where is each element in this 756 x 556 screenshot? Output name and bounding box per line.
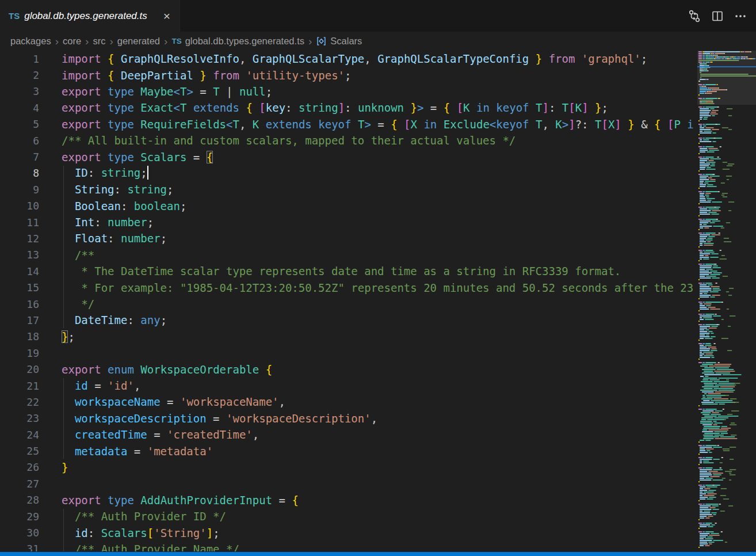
line-number[interactable]: 30 — [0, 527, 39, 539]
breadcrumb-file[interactable]: TS global.db.types.generated.ts — [171, 36, 304, 47]
code-line[interactable]: 19 — [0, 345, 694, 361]
line-number[interactable]: 5 — [0, 118, 39, 130]
line-number[interactable]: 3 — [0, 85, 39, 97]
breadcrumb-packages[interactable]: packages — [10, 36, 51, 47]
chevron-right-icon: › — [109, 36, 113, 47]
code-editor[interactable]: 1import { GraphQLResolveInfo, GraphQLSca… — [0, 51, 694, 551]
code-line[interactable]: 12 Float: number; — [0, 230, 694, 246]
typescript-file-icon: TS — [171, 37, 181, 45]
line-number[interactable]: 11 — [0, 216, 39, 229]
code-line-text: }; — [62, 330, 75, 343]
breadcrumb-symbol-scalars[interactable]: Scalars — [316, 36, 362, 47]
typescript-file-icon: TS — [9, 11, 20, 21]
close-tab-icon[interactable]: × — [161, 9, 173, 22]
code-line[interactable]: 16 */ — [0, 296, 694, 312]
code-line[interactable]: 3export type Maybe<T> = T | null; — [0, 83, 694, 100]
editor-actions — [687, 0, 756, 32]
line-number[interactable]: 18 — [0, 330, 39, 342]
code-line[interactable]: 22 workspaceName = 'workspaceName', — [0, 394, 694, 410]
code-line[interactable]: 30 id: Scalars['String']; — [0, 524, 694, 540]
line-number[interactable]: 6 — [0, 135, 39, 147]
breadcrumb-src[interactable]: src — [93, 36, 105, 47]
more-actions-icon[interactable] — [733, 9, 748, 24]
line-number[interactable]: 13 — [0, 249, 39, 261]
code-line[interactable]: 31 /** Auth Provider Name */ — [0, 541, 694, 551]
code-line-text: /** All built-in and custom scalars, map… — [62, 134, 516, 147]
code-line[interactable]: 20export enum WorkspaceOrderable { — [0, 361, 694, 377]
code-line-text: workspaceName = 'workspaceName', — [62, 395, 285, 408]
line-number[interactable]: 17 — [0, 314, 39, 326]
line-number[interactable]: 22 — [0, 396, 39, 408]
breadcrumb-generated[interactable]: generated — [117, 36, 160, 47]
code-line-text: * The DateTime scalar type represents da… — [62, 265, 621, 277]
minimap[interactable] — [697, 51, 756, 551]
line-number[interactable]: 10 — [0, 200, 39, 212]
code-line[interactable]: 6/** All built-in and custom scalars, ma… — [0, 132, 694, 148]
code-line-text: id = 'id', — [62, 379, 140, 392]
open-changes-icon[interactable] — [687, 9, 702, 24]
code-line-text: Float: number; — [62, 232, 167, 245]
code-line-text: export type Scalars = { — [62, 151, 213, 163]
line-number[interactable]: 28 — [0, 494, 39, 506]
code-line-text: import { DeepPartial } from 'utility-typ… — [62, 69, 351, 82]
code-line-text: createdTime = 'createdTime', — [62, 428, 259, 441]
code-line[interactable]: 7export type Scalars = { — [0, 148, 694, 165]
line-number[interactable]: 15 — [0, 281, 39, 294]
code-line[interactable]: 2import { DeepPartial } from 'utility-ty… — [0, 67, 694, 83]
line-number[interactable]: 31 — [0, 543, 39, 551]
code-line-text: workspaceDescription = 'workspaceDescrip… — [62, 412, 377, 425]
chevron-right-icon: › — [55, 36, 59, 47]
line-number[interactable]: 9 — [0, 184, 39, 196]
code-line[interactable]: 29 /** Auth Provider ID */ — [0, 508, 694, 524]
line-number[interactable]: 2 — [0, 69, 39, 81]
code-line[interactable]: 24 createdTime = 'createdTime', — [0, 426, 694, 443]
code-line[interactable]: 11 Int: number; — [0, 214, 694, 230]
line-number[interactable]: 20 — [0, 363, 39, 375]
line-number[interactable]: 29 — [0, 511, 39, 523]
code-line[interactable]: 27 — [0, 475, 694, 492]
line-number[interactable]: 1 — [0, 53, 39, 65]
line-number[interactable]: 24 — [0, 429, 39, 441]
line-number[interactable]: 25 — [0, 445, 39, 457]
code-line[interactable]: 28export type AddAuthProviderInput = { — [0, 492, 694, 508]
code-line[interactable]: 5export type RequireFields<T, K extends … — [0, 116, 694, 132]
code-line[interactable]: 21 id = 'id', — [0, 378, 694, 394]
line-number[interactable]: 8 — [0, 167, 39, 179]
line-number[interactable]: 7 — [0, 151, 39, 163]
breadcrumb-core[interactable]: core — [63, 36, 81, 47]
code-line-text: } — [62, 461, 68, 474]
code-line[interactable]: 8 ID: string; — [0, 165, 694, 181]
code-line-text: * For example: "1985-04-12T23:20:50.52Z"… — [62, 281, 694, 294]
line-number[interactable]: 4 — [0, 102, 39, 114]
code-line-text: Int: number; — [62, 216, 154, 229]
code-line[interactable]: 17 DateTime: any; — [0, 312, 694, 328]
code-line[interactable]: 23 workspaceDescription = 'workspaceDesc… — [0, 410, 694, 426]
code-line[interactable]: 13 /** — [0, 247, 694, 263]
code-line[interactable]: 15 * For example: "1985-04-12T23:20:50.5… — [0, 279, 694, 295]
line-number[interactable]: 26 — [0, 461, 39, 473]
breadcrumb-file-name: global.db.types.generated.ts — [185, 36, 304, 47]
chevron-right-icon: › — [85, 36, 89, 47]
code-line[interactable]: 1import { GraphQLResolveInfo, GraphQLSca… — [0, 51, 694, 67]
code-line[interactable]: 9 String: string; — [0, 181, 694, 197]
code-line[interactable]: 4export type Exact<T extends { [key: str… — [0, 100, 694, 116]
line-number[interactable]: 19 — [0, 347, 39, 359]
code-line[interactable]: 18}; — [0, 329, 694, 345]
line-number[interactable]: 21 — [0, 380, 39, 392]
line-number[interactable]: 27 — [0, 478, 39, 490]
code-line[interactable]: 14 * The DateTime scalar type represents… — [0, 263, 694, 279]
chevron-right-icon: › — [308, 36, 312, 47]
code-line-text: export type Maybe<T> = T | null; — [62, 85, 272, 98]
line-number[interactable]: 14 — [0, 265, 39, 277]
code-line-text: export enum WorkspaceOrderable { — [62, 363, 272, 376]
tab-global-db-types[interactable]: TS global.db.types.generated.ts × — [0, 0, 180, 32]
split-editor-icon[interactable] — [710, 9, 725, 24]
line-number[interactable]: 12 — [0, 233, 39, 245]
line-number[interactable]: 16 — [0, 298, 39, 310]
code-line[interactable]: 10 Boolean: boolean; — [0, 198, 694, 214]
code-line-text: id: Scalars['String']; — [62, 527, 220, 539]
line-number[interactable]: 23 — [0, 412, 39, 424]
code-line[interactable]: 26} — [0, 459, 694, 475]
code-line[interactable]: 25 metadata = 'metadata' — [0, 443, 694, 459]
chevron-right-icon: › — [164, 36, 167, 47]
